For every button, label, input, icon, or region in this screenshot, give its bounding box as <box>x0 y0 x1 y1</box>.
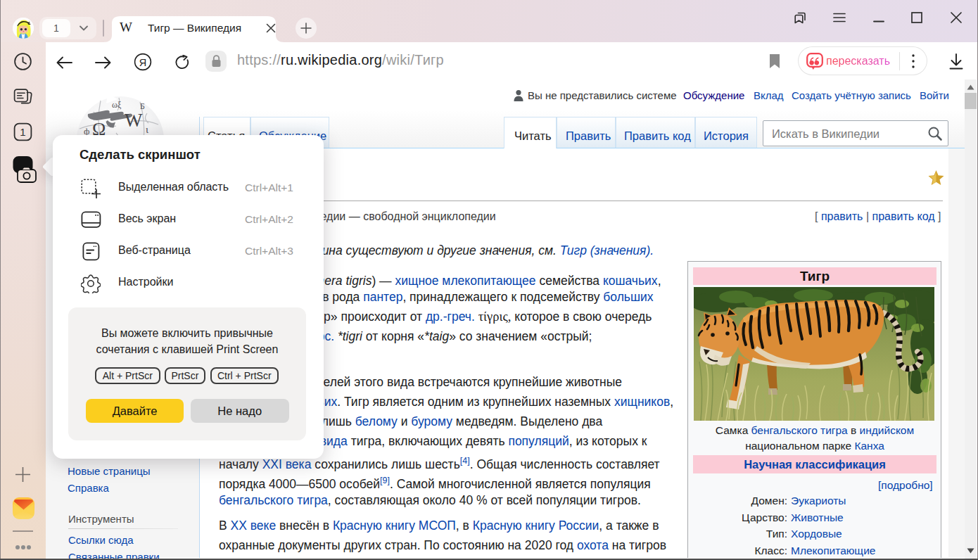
svg-text:Я: Я <box>139 57 146 68</box>
svg-text:Б: Б <box>140 101 145 111</box>
svg-text:ωξ: ωξ <box>112 100 122 110</box>
svg-text:ι: ι <box>146 124 148 135</box>
svg-text:1: 1 <box>20 126 25 138</box>
svg-text:W: W <box>125 110 143 131</box>
